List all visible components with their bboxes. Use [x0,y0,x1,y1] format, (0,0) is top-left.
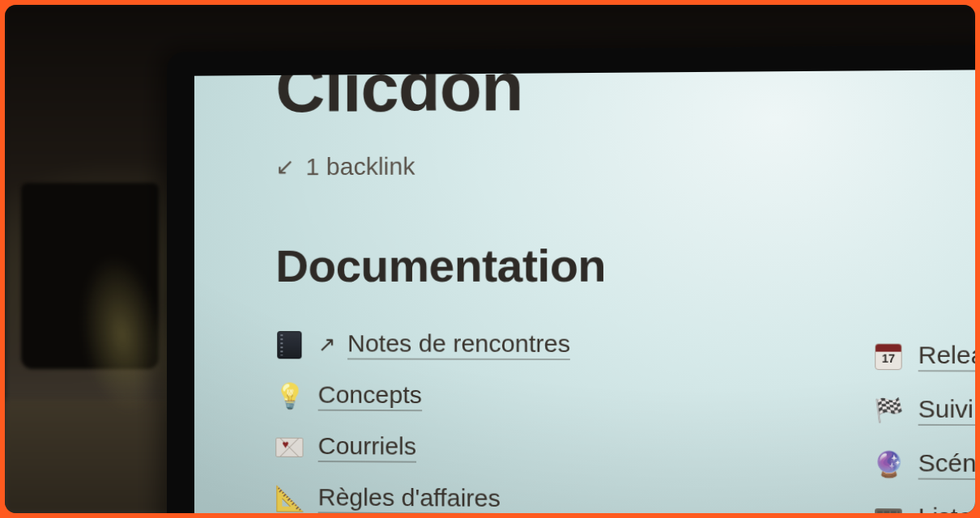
link-label: Règles d'affaires [318,483,501,513]
link-suivi[interactable]: 🏁 Suivi d [874,395,975,427]
checkered-flag-icon: 🏁 [874,396,903,424]
link-liste[interactable]: Liste d [874,503,975,513]
triangle-ruler-icon: 📐 [275,484,303,512]
link-label: Concepts [318,381,422,412]
calendar-icon [874,342,903,371]
photo-frame: Clicdon ↙ 1 backlink Documentation ↗ Not… [5,5,975,513]
section-heading-documentation: Documentation [275,238,975,292]
link-courriels[interactable]: Courriels [275,432,975,466]
link-concepts[interactable]: 💡 Concepts [275,380,975,414]
link-label: Notes de rencontres [347,329,570,360]
link-label: Courriels [318,432,416,463]
love-letter-icon [275,433,303,461]
backlink-label: 1 backlink [305,152,415,180]
arrow-down-left-icon: ↙ [275,155,294,178]
link-label: Release [918,341,975,372]
lightbulb-icon: 💡 [275,382,303,410]
link-notes-de-rencontres[interactable]: ↗ Notes de rencontres [275,329,975,361]
bricks-icon [874,504,903,513]
link-label: Liste d [918,503,975,513]
backlink-row[interactable]: ↙ 1 backlink [275,150,975,181]
link-scenar[interactable]: 🔮 Scénar [874,448,975,480]
link-label: Scénar [918,449,975,481]
arrow-up-right-icon: ↗ [318,332,336,357]
page-title: Clicdon [275,70,975,122]
app-screen: Clicdon ↙ 1 backlink Documentation ↗ Not… [194,70,975,513]
link-label: Suivi d [918,395,975,426]
monitor: Clicdon ↙ 1 backlink Documentation ↗ Not… [167,45,975,513]
links-column-right: Release 🏁 Suivi d 🔮 Scénar Liste d [874,341,975,513]
links-column-left: ↗ Notes de rencontres 💡 Concepts Courrie… [275,329,975,513]
link-regles-affaires[interactable]: 📐 Règles d'affaires [275,483,975,513]
link-release[interactable]: Release [874,341,975,372]
monitor-bezel: Clicdon ↙ 1 backlink Documentation ↗ Not… [194,70,975,513]
crystal-ball-icon: 🔮 [874,450,903,478]
notebook-icon [275,331,303,359]
